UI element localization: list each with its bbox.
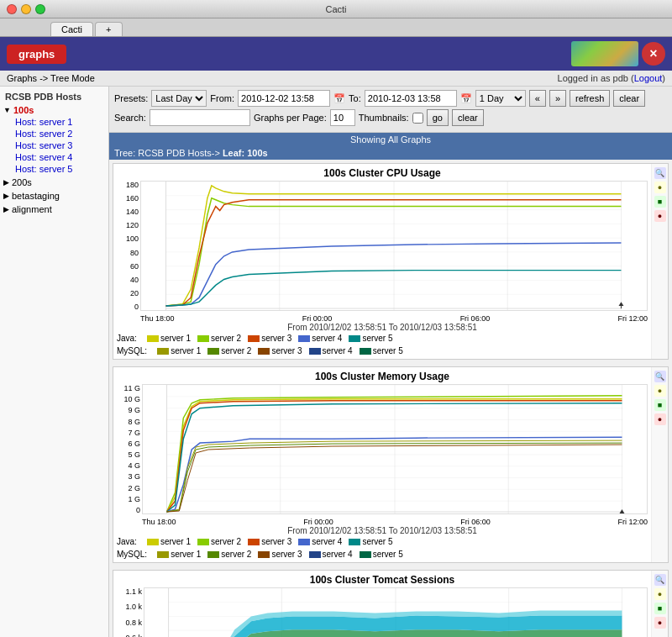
breadcrumb-leaf: Leaf: 100s — [223, 148, 268, 158]
graph-cpu-block: 100s Cluster CPU Usage 0 20 40 60 80 100… — [113, 163, 669, 360]
mysql-s2-swatch — [207, 348, 219, 355]
sidebar-group-header-200s[interactable]: ▶ 200s — [0, 176, 108, 188]
server2-link[interactable]: Host: server 2 — [15, 129, 72, 139]
mem-java-s2-swatch — [197, 539, 209, 545]
cpu-zoom-icon[interactable]: 🔍 — [654, 167, 666, 179]
mem-x-fri00: Fri 00:00 — [303, 518, 333, 526]
maximize-button[interactable] — [35, 4, 45, 14]
cpu-legend-java-s3: server 3 — [248, 334, 291, 343]
mysql-s5-swatch — [360, 348, 371, 355]
breadcrumb-tree: Tree: RCSB PDB Hosts-> — [114, 148, 220, 158]
java-s2-swatch — [197, 335, 209, 342]
breadcrumb-bar: Tree: RCSB PDB Hosts-> Leaf: 100s — [109, 146, 672, 160]
tomcat-info-icon[interactable]: ● — [654, 588, 666, 600]
presets-label: Presets: — [114, 93, 148, 103]
mem-zoom-icon[interactable]: 🔍 — [654, 371, 666, 382]
sidebar-item-server5[interactable]: Host: server 5 — [0, 163, 108, 175]
java-s1-label: server 1 — [160, 334, 191, 343]
graphs-per-page-label: Graphs per Page: — [254, 113, 327, 123]
cpu-legend-java-s4: server 4 — [298, 334, 342, 343]
status-text: Showing All Graphs — [350, 134, 431, 145]
x-label-fri00: Fri 00:00 — [302, 314, 333, 323]
graphs-button[interactable]: graphs — [7, 45, 66, 64]
mysql-s2-label: server 2 — [221, 346, 251, 355]
tab-new[interactable]: + — [95, 22, 122, 36]
cpu-edit-icon[interactable]: ● — [654, 210, 666, 222]
presets-select[interactable]: Last Day — [151, 90, 207, 107]
server3-link[interactable]: Host: server 3 — [15, 140, 72, 150]
server1-link[interactable]: Host: server 1 — [15, 117, 72, 127]
graph-mem-block: 100s Cluster Memory Usage 0 1 G 2 G 3 G … — [113, 366, 669, 563]
clear-button[interactable]: clear — [613, 90, 645, 107]
sidebar: RCSB PDB Hosts ▼ 100s Host: server 1 Hos… — [0, 87, 109, 637]
java-s2-label: server 2 — [211, 334, 241, 343]
sidebar-item-server4[interactable]: Host: server 4 — [0, 151, 108, 163]
thumbnails-checkbox[interactable] — [412, 113, 423, 124]
x-label-fri12: Fri 12:00 — [617, 314, 648, 323]
from-input[interactable] — [238, 90, 330, 107]
cpu-report-icon[interactable]: ■ — [654, 196, 666, 208]
sidebar-group-label-betastaging: betastaging — [12, 191, 60, 201]
graphs-area: 100s Cluster CPU Usage 0 20 40 60 80 100… — [109, 160, 672, 637]
to-input[interactable] — [365, 90, 457, 107]
sidebar-group-betastaging: ▶ betastaging — [0, 189, 108, 203]
cpu-legend-mysql-s1: server 1 — [157, 346, 201, 355]
mem-info-icon[interactable]: ● — [654, 385, 666, 397]
mysql-s3-label: server 3 — [271, 346, 302, 355]
tomcat-report-icon[interactable]: ■ — [654, 603, 666, 614]
mem-mysql-s1-swatch — [157, 551, 169, 558]
from-label: From: — [210, 93, 234, 103]
mem-legend-java-s5: server 5 — [349, 537, 392, 546]
mysql-s3-swatch — [258, 348, 270, 355]
prev-btn[interactable]: « — [529, 90, 546, 107]
mem-legend-mysql-s1: server 1 — [157, 550, 201, 559]
cpu-legend-mysql-s3: server 3 — [258, 346, 302, 355]
mysql-legend-label: MySQL: — [117, 346, 147, 355]
graph-cpu-main: 100s Cluster CPU Usage 0 20 40 60 80 100… — [113, 164, 651, 359]
cpu-info-icon[interactable]: ● — [654, 182, 666, 193]
server5-link[interactable]: Host: server 5 — [15, 164, 72, 174]
mem-legend-java-s4: server 4 — [298, 537, 342, 546]
tomcat-zoom-icon[interactable]: 🔍 — [654, 574, 666, 586]
go-button[interactable]: go — [427, 109, 449, 126]
window-controls — [7, 4, 45, 14]
arrow-right-icon-alignment: ▶ — [3, 205, 9, 213]
clear2-button[interactable]: clear — [452, 109, 484, 126]
java-s3-label: server 3 — [261, 334, 291, 343]
tab-cacti[interactable]: Cacti — [50, 22, 93, 36]
java-legend-label: Java: — [117, 334, 137, 343]
cpu-time-label: From 2010/12/02 13:58:51 To 2010/12/03 1… — [117, 323, 648, 332]
power-icon[interactable]: × — [642, 42, 665, 66]
sidebar-group-header-alignment[interactable]: ▶ alignment — [0, 203, 108, 215]
sidebar-item-server2[interactable]: Host: server 2 — [0, 128, 108, 140]
search-input[interactable] — [150, 109, 250, 126]
mem-mysql-label: MySQL: — [117, 550, 147, 559]
mem-report-icon[interactable]: ■ — [654, 399, 666, 411]
next-btn[interactable]: » — [549, 90, 566, 107]
day-select[interactable]: 1 Day — [475, 90, 526, 107]
minimize-button[interactable] — [21, 4, 31, 14]
status-bar: Showing All Graphs — [109, 133, 672, 146]
tomcat-chart-svg — [144, 587, 648, 637]
tomcat-edit-icon[interactable]: ● — [654, 617, 666, 629]
sidebar-title: RCSB PDB Hosts — [0, 90, 108, 103]
sidebar-item-server3[interactable]: Host: server 3 — [0, 140, 108, 151]
calendar-from-icon[interactable]: 📅 — [333, 93, 345, 104]
close-button[interactable] — [7, 4, 17, 14]
sidebar-group-header-100s[interactable]: ▼ 100s — [0, 104, 108, 116]
mem-edit-icon[interactable]: ● — [654, 413, 666, 425]
sidebar-group-header-betastaging[interactable]: ▶ betastaging — [0, 190, 108, 202]
mem-legend-java-s3: server 3 — [248, 537, 291, 546]
mem-legend-java-row: Java: server 1 server 2 server 3 server … — [117, 537, 393, 546]
mem-legend-mysql-s2: server 2 — [207, 550, 251, 559]
logout-link[interactable]: Logout — [634, 73, 663, 83]
refresh-button[interactable]: refresh — [570, 90, 610, 107]
sidebar-item-server1[interactable]: Host: server 1 — [0, 116, 108, 128]
calendar-to-icon[interactable]: 📅 — [460, 93, 472, 104]
java-s4-swatch — [298, 335, 310, 342]
sidebar-group-200s: ▶ 200s — [0, 176, 108, 189]
window-title: Cacti — [325, 4, 346, 14]
graphs-per-page-input[interactable] — [330, 109, 355, 126]
server4-link[interactable]: Host: server 4 — [15, 152, 72, 162]
content-area: RCSB PDB Hosts ▼ 100s Host: server 1 Hos… — [0, 87, 672, 637]
